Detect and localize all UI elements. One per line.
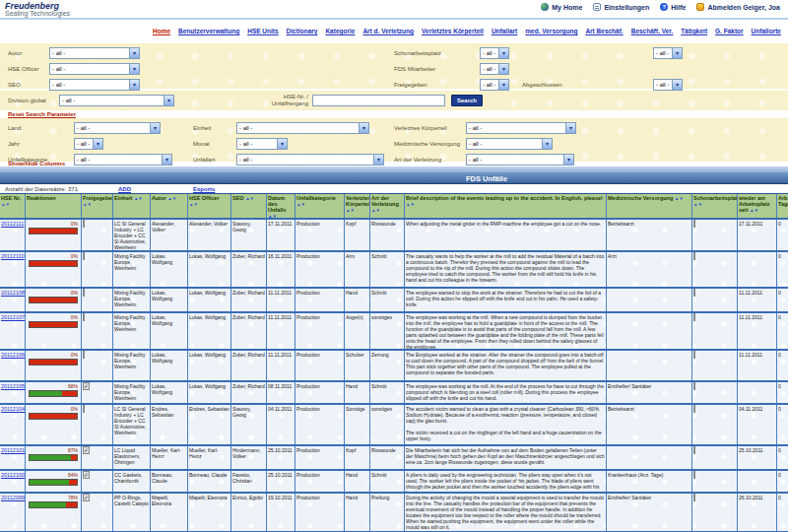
nav-item-home[interactable]: Home (153, 28, 170, 34)
col-header-autor[interactable]: Autor ▲▼ (151, 194, 188, 218)
sort-arrows[interactable]: ▲▼ (693, 202, 702, 207)
hse-nr-link[interactable]: 20112106 (1, 352, 25, 358)
freigegeben-checkbox[interactable] (83, 289, 85, 297)
schonarbeitsplatz-checkbox[interactable] (693, 351, 695, 359)
verletztes-koerperteil-dropdown[interactable]: - all -▾ (466, 122, 576, 134)
schonarbeitsplatz-checkbox[interactable] (693, 220, 695, 228)
exports-link[interactable]: Exports (193, 186, 215, 192)
nav-item-hse-units[interactable]: HSE Units (247, 28, 278, 34)
col-header-freigegeben[interactable]: Freigegeben ▲▼ (82, 194, 113, 218)
sort-arrows[interactable]: ▲▼ (750, 208, 758, 213)
col-header-unfallkategorie[interactable]: Unfallkategorie ▲▼ (296, 194, 345, 218)
freigegeben-checkbox[interactable] (83, 446, 90, 454)
add-link[interactable]: ADD (118, 186, 131, 192)
nav-item-unfallart[interactable]: Unfallart (492, 28, 517, 34)
schonarbeitsplatz-checkbox[interactable] (693, 382, 695, 390)
col-header-hse-nr[interactable]: HSE Nr. ▲▼ (0, 194, 26, 218)
hse-nr-link[interactable]: 20112101 (1, 447, 25, 453)
art-der-verletzung-dropdown[interactable]: - all -▾ (466, 154, 574, 166)
freigegeben-checkbox[interactable] (83, 382, 90, 390)
nav-item-art-beschaef[interactable]: Art Beschäf. (585, 28, 623, 34)
unfallkategorie-dropdown[interactable]: - all -▾ (74, 154, 172, 166)
sort-arrows[interactable]: ▲▼ (268, 214, 277, 218)
nav-item-unfallorte[interactable]: Unfallorte (752, 28, 781, 34)
freigegeben-checkbox[interactable] (83, 313, 85, 321)
hse-nr-link[interactable]: 20112105 (1, 383, 25, 389)
sort-arrows[interactable]: ▲▼ (675, 196, 684, 201)
hse-nr-link[interactable]: 20112107 (1, 314, 25, 320)
nav-item-dictionary[interactable]: Dictionary (287, 28, 318, 34)
schonarbeitsplatz-checkbox[interactable] (693, 446, 695, 454)
col-header-beschreibung[interactable]: Brief description of the events leading … (405, 194, 607, 218)
help-link[interactable]: ?Hilfe (660, 3, 686, 11)
hse-nr-link[interactable]: 20112110 (1, 253, 25, 259)
nav-item-g-faktor[interactable]: G. Faktor (715, 28, 744, 34)
col-header-seo[interactable]: SEO ▲▼ (231, 194, 267, 218)
hse-nr-link[interactable]: 20112100 (1, 472, 25, 478)
freigegeben-checkbox[interactable] (83, 405, 85, 413)
sort-arrows[interactable]: ▲▼ (83, 202, 92, 207)
land-dropdown[interactable]: - all -▾ (74, 122, 161, 134)
fds-mitarbeiter-dropdown[interactable]: - all -▾ (480, 63, 509, 75)
medizinische-versorgung-dropdown[interactable]: - all -▾ (466, 138, 553, 150)
reset-search-link[interactable]: Reset Search Parameter (8, 111, 76, 117)
col-header-wieder-am[interactable]: wieder am Arbeitsplatz seit ▲▼ (738, 194, 777, 218)
schonarbeitsplatz-checkbox[interactable] (693, 471, 695, 479)
seo-dropdown[interactable]: - all -▾ (49, 79, 140, 91)
nav-item-art-d-verletzung[interactable]: Art d. Verletzung (362, 28, 414, 34)
col-header-tage[interactable]: Arb. Tage (777, 194, 788, 218)
nav-item-verletztes-koerperteil[interactable]: Verletztes Körperteil (422, 28, 484, 34)
schonarbeitsplatz-dropdown[interactable]: - all -▾ (480, 47, 509, 59)
sort-arrows[interactable]: ▲▼ (134, 196, 143, 201)
unfallart-dropdown[interactable]: - all -▾ (236, 154, 384, 166)
col-header-schonarbeitsplatz[interactable]: Schonarbeitsplatz ▲▼ (692, 194, 738, 218)
schonarbeitsplatz-checkbox[interactable] (693, 313, 695, 321)
col-header-versorgung[interactable]: Medizinische Versorgung ▲▼ (607, 194, 692, 218)
sort-arrows[interactable]: ▲▼ (296, 202, 305, 207)
schonarbeitsplatz-checkbox[interactable] (693, 405, 695, 413)
freigegeben-checkbox[interactable] (83, 220, 85, 228)
hse-nr-link[interactable]: 20112104 (1, 406, 25, 412)
hse-nr-link[interactable]: 20112111 (1, 221, 24, 227)
hse-nr-search-input[interactable] (312, 95, 445, 106)
autor-dropdown[interactable]: - all -▾ (49, 47, 140, 59)
search-button[interactable]: Search (451, 95, 483, 106)
jahr-dropdown[interactable]: - all -▾ (74, 138, 103, 150)
sort-arrows[interactable]: ▲▼ (189, 202, 198, 207)
hse-nr-link[interactable]: 20112099 (1, 495, 25, 500)
freigegeben-checkbox[interactable] (83, 471, 90, 479)
nav-item-med-versorgung[interactable]: med. Versorgung (525, 28, 577, 34)
sort-arrows[interactable]: ▲▼ (406, 202, 415, 207)
settings-link[interactable]: Einstellungen (593, 3, 649, 11)
logout-link[interactable]: Abmelden Geiger, Joa (696, 3, 780, 11)
schonarbeitsplatz-checkbox[interactable] (693, 494, 695, 501)
sort-arrows[interactable]: ▲▼ (167, 196, 176, 201)
sort-arrows[interactable]: ▲▼ (245, 196, 254, 201)
hse-nr-link[interactable]: 20112108 (1, 290, 25, 296)
schonarbeitsplatz-checkbox[interactable] (693, 289, 695, 297)
col-header-datum[interactable]: Datum des Unfalls ▲▼ (267, 194, 296, 218)
freigegeben-checkbox[interactable] (83, 494, 90, 501)
einheit-dropdown[interactable]: - all -▾ (236, 122, 369, 134)
freigegeben-checkbox[interactable] (83, 351, 85, 359)
nav-item-kategorie[interactable]: Kategorie (325, 28, 355, 34)
nav-item-benutzerverwaltung[interactable]: Benutzerverwaltung (178, 28, 239, 34)
freigegeben-checkbox[interactable] (83, 252, 85, 260)
top-right-dropdown[interactable]: - all -▾ (653, 47, 683, 59)
division-global-dropdown[interactable]: - all -▾ (59, 95, 174, 106)
abgeschlossen-dropdown[interactable]: - all -▾ (653, 79, 683, 91)
schonarbeitsplatz-checkbox[interactable] (693, 252, 695, 260)
sort-arrows[interactable]: ▲▼ (371, 208, 380, 213)
hse-officer-dropdown[interactable]: - all -▾ (49, 63, 140, 75)
col-header-hse-officer[interactable]: HSE Officer ▲▼ (188, 194, 231, 218)
nav-item-beschaeft-ver[interactable]: Beschäft. Ver. (631, 28, 674, 34)
monat-dropdown[interactable]: - all -▾ (236, 138, 288, 150)
col-header-verletzung[interactable]: Art der Verletzung ▲▼ (370, 194, 405, 218)
my-home-link[interactable]: My Home (541, 3, 582, 11)
col-header-koerperteil[interactable]: Verletztes Körperteil ▲▼ (345, 194, 370, 218)
col-header-reaktionen[interactable]: Reaktionen (26, 194, 82, 218)
sort-arrows[interactable]: ▲▼ (1, 202, 10, 207)
nav-item-taetigkeit[interactable]: Tätigkeit (681, 28, 707, 34)
col-header-einheit[interactable]: Einheit ▲▼ (113, 194, 151, 218)
freigegeben-dropdown[interactable]: - all -▾ (480, 79, 509, 91)
